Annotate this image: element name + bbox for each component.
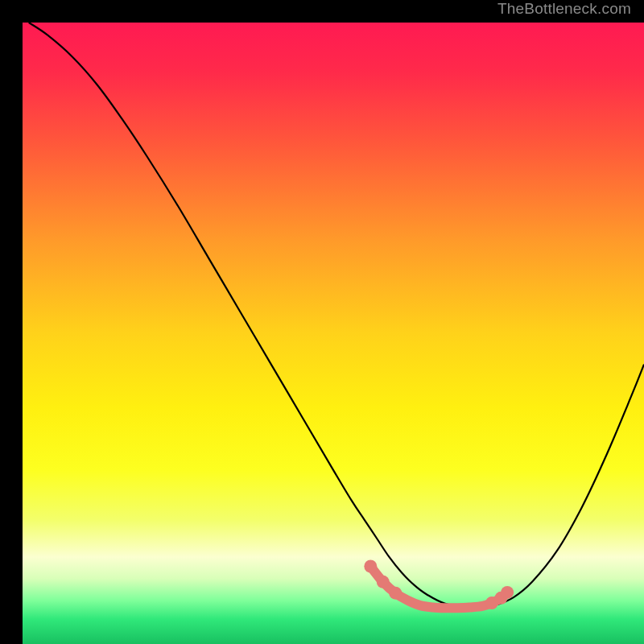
chart-background (23, 23, 644, 644)
bottleneck-chart (23, 23, 644, 644)
optimal-range-marker (389, 587, 402, 600)
chart-frame (11, 11, 633, 633)
optimal-range-marker (364, 560, 377, 573)
optimal-range-marker (377, 576, 390, 588)
optimal-range-marker (501, 586, 514, 599)
watermark-text: TheBottleneck.com (497, 0, 631, 18)
